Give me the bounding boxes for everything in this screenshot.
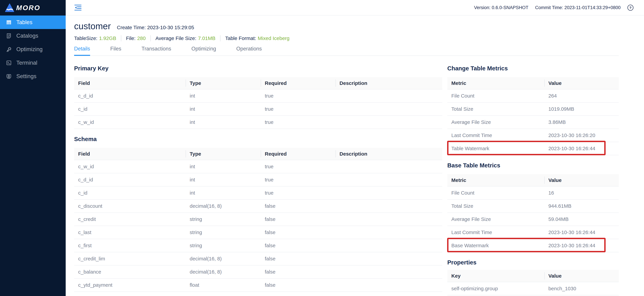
column-header: Field	[74, 77, 186, 89]
table-cell: c_id	[74, 102, 186, 116]
app-logo[interactable]: MORO	[0, 0, 66, 16]
base-metrics-heading: Base Table Metrics	[447, 162, 619, 169]
table-cell: c_d_id	[74, 89, 186, 102]
sidebar-item-optimizing[interactable]: Optimizing	[0, 43, 66, 56]
table-row: c_balancedecimal(16, 8)false	[74, 265, 442, 278]
table-row: c_payment_cntintfalse	[74, 291, 442, 296]
table-row: c_firststringfalse	[74, 239, 442, 252]
table-cell: 2023-10-30 16:26:20	[544, 129, 619, 142]
table-row: c_w_idinttrue	[74, 116, 442, 129]
table-cell: 2023-10-30 16:26:44	[544, 142, 619, 155]
sidebar-item-catalogs[interactable]: Catalogs	[0, 29, 66, 43]
table-cell: File Count	[447, 89, 544, 102]
table-cell: c_discount	[74, 200, 186, 213]
properties-table: Key Value self-optimizing.groupbench_103…	[447, 270, 619, 295]
sidebar-menu: Tables Catalogs	[0, 16, 66, 83]
left-column: Primary Key Field Type Required Descript…	[74, 56, 442, 296]
page-title: customer	[74, 21, 111, 31]
sidebar-item-label: Optimizing	[16, 46, 42, 53]
table-cell	[336, 213, 442, 226]
table-row: c_creditstringfalse	[74, 213, 442, 226]
table-cell: string	[186, 226, 261, 239]
tab-optimizing[interactable]: Optimizing	[192, 44, 216, 56]
help-question-icon[interactable]: ?	[627, 5, 634, 11]
column-header: Metric	[447, 174, 544, 186]
table-cell: c_balance	[74, 265, 186, 278]
table-cell: true	[261, 160, 336, 173]
table-cell: c_w_id	[74, 160, 186, 173]
column-header: Value	[544, 77, 619, 89]
table-cell	[336, 200, 442, 213]
column-header: Required	[261, 77, 336, 89]
table-cell	[336, 226, 442, 239]
table-row: c_credit_limdecimal(16, 8)false	[74, 252, 442, 265]
table-cell: c_credit	[74, 213, 186, 226]
sidebar-item-tables[interactable]: Tables	[0, 16, 66, 29]
tab-details[interactable]: Details	[74, 44, 90, 56]
sidebar-item-settings[interactable]: Settings	[0, 70, 66, 83]
settings-icon	[6, 74, 12, 79]
table-cell: Last Commit Time	[447, 226, 544, 239]
table-row: Average File Size59.04MB	[447, 213, 619, 226]
table-header-row: Field Type Required Description	[74, 77, 442, 89]
change-table-metrics: Metric Value File Count264Total Size1019…	[447, 77, 619, 155]
table-cell	[336, 186, 442, 200]
table-cell: false	[261, 291, 336, 296]
table-cell	[336, 239, 442, 252]
column-header: Value	[544, 174, 619, 186]
catalogs-icon	[6, 33, 12, 39]
stat-value: 7.01MB	[198, 36, 216, 41]
table-cell	[336, 252, 442, 265]
table-cell: Base Watermark	[447, 239, 544, 252]
table-cell: c_d_id	[74, 173, 186, 186]
column-header: Required	[261, 148, 336, 160]
amoro-logo-icon	[5, 4, 14, 12]
sidebar-item-label: Settings	[16, 73, 36, 79]
stat-table-format: Table Format: Mixed Iceberg	[220, 35, 290, 41]
table-header-row: Metric Value	[447, 77, 619, 89]
tables-icon	[6, 20, 12, 25]
table-cell: c_credit_lim	[74, 252, 186, 265]
menu-fold-icon[interactable]	[74, 5, 82, 11]
column-header: Value	[544, 270, 619, 282]
table-cell: true	[261, 186, 336, 200]
properties-heading: Properties	[447, 259, 619, 266]
table-cell: Total Size	[447, 200, 544, 213]
table-cell: Average File Size	[447, 213, 544, 226]
table-stats: TableSize: 1.92GB File: 280 Average File…	[74, 35, 619, 41]
sidebar: MORO Tables	[0, 0, 66, 296]
schema-table: Field Type Required Description c_w_idin…	[74, 148, 442, 296]
table-cell: false	[261, 200, 336, 213]
table-row: Total Size944.61MB	[447, 200, 619, 213]
change-metrics-heading: Change Table Metrics	[447, 65, 619, 72]
tab-files[interactable]: Files	[110, 44, 121, 56]
sidebar-item-label: Tables	[16, 19, 32, 26]
detail-tabs: Details Files Transactions Optimizing Op…	[74, 44, 619, 56]
table-cell	[336, 160, 442, 173]
table-cell: int	[186, 160, 261, 173]
table-cell: true	[261, 173, 336, 186]
table-cell: 59.04MB	[544, 213, 619, 226]
table-detail-page: customer Create Time: 2023-10-30 15:29:0…	[66, 21, 644, 296]
sidebar-item-terminal[interactable]: Terminal	[0, 56, 66, 70]
table-row: File Count16	[447, 186, 619, 200]
table-cell: 264	[544, 89, 619, 102]
table-cell: 2023-10-30 16:26:44	[544, 226, 619, 239]
table-cell: false	[261, 226, 336, 239]
table-cell: 1019.09MB	[544, 102, 619, 116]
table-cell	[336, 116, 442, 129]
main-area: Version: 0.6.0-SNAPSHOT Commit Time: 202…	[66, 0, 644, 296]
table-row: c_d_idinttrue	[74, 173, 442, 186]
tab-operations[interactable]: Operations	[236, 44, 262, 56]
table-row: c_idinttrue	[74, 102, 442, 116]
table-cell: string	[186, 213, 261, 226]
terminal-icon	[6, 60, 12, 66]
table-cell	[336, 291, 442, 296]
stat-label: TableSize:	[74, 36, 97, 41]
schema-heading: Schema	[74, 136, 442, 142]
commit-time-label: Commit Time: 2023-11-01T14:33:29+0800	[535, 5, 620, 10]
tab-transactions[interactable]: Transactions	[142, 44, 171, 56]
sidebar-item-label: Catalogs	[16, 33, 38, 39]
table-cell: int	[186, 89, 261, 102]
table-cell: int	[186, 116, 261, 129]
